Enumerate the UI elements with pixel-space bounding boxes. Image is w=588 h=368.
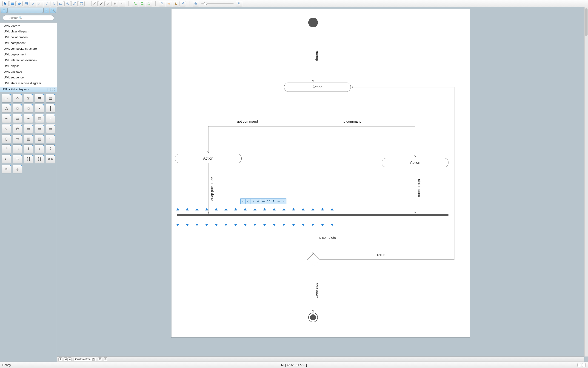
shape-palette-item[interactable]: ▭ [13, 134, 22, 143]
pager-next[interactable]: ▶ [68, 358, 72, 361]
edge-style-4[interactable] [112, 1, 118, 6]
sidebar-tab-list-icon[interactable]: ≣ [44, 8, 49, 13]
shape-palette-item[interactable]: ⤵ [46, 144, 55, 153]
tool-zoom-region[interactable] [159, 1, 165, 6]
layout-2[interactable] [139, 1, 145, 6]
tool-eyedropper[interactable] [179, 1, 186, 6]
library-item[interactable]: UML class diagram [0, 28, 57, 34]
shape-palette-item[interactable]: ▯ [2, 134, 11, 143]
library-item[interactable]: UML composite structure [0, 46, 57, 52]
tool-pointer[interactable] [2, 1, 9, 6]
shape-palette-item[interactable]: ┄ [2, 114, 11, 123]
zoom-slider[interactable] [201, 3, 233, 4]
tool-connector-3[interactable] [57, 1, 64, 6]
layout-3[interactable] [146, 1, 152, 6]
node-action-left[interactable]: Action [175, 154, 241, 163]
bar-handles-top[interactable] [176, 208, 334, 211]
library-item[interactable]: UML collaboration [0, 34, 57, 40]
canvas-scroll[interactable]: Action Action Action startup got command… [57, 7, 584, 357]
shape-palette-item[interactable]: ⊘ [13, 124, 22, 133]
shape-palette-item[interactable]: ┃ [46, 104, 55, 113]
sidebar-tab-tree-icon[interactable]: ☰ [1, 8, 7, 13]
panel-close-icon[interactable] [52, 88, 55, 91]
tool-pan[interactable] [166, 1, 172, 6]
shape-palette-item[interactable]: ⌑ [2, 165, 11, 174]
pager-pause-icon[interactable]: ⏸ [58, 358, 62, 361]
shape-palette-item[interactable]: { } [35, 155, 44, 163]
shape-palette-item[interactable]: ↕ [35, 144, 44, 153]
mini-palette-item[interactable]: ▬ [261, 199, 266, 204]
edge-style-3[interactable] [105, 1, 111, 6]
mini-palette-item[interactable]: ▭ [241, 199, 246, 204]
shape-palette-item[interactable]: ┄ [24, 114, 33, 123]
zoom-out-button[interactable] [193, 1, 199, 6]
shape-palette-item[interactable]: « » [46, 155, 55, 163]
shape-palette-item[interactable]: └ [2, 144, 11, 153]
library-item[interactable]: UML activity [0, 23, 57, 28]
library-item[interactable]: UML object [0, 63, 57, 69]
node-action-top[interactable]: Action [284, 83, 351, 92]
edge-style-5[interactable] [119, 1, 125, 6]
tool-connector-5[interactable] [71, 1, 78, 6]
edge-style-2[interactable] [98, 1, 105, 6]
shape-palette-item[interactable]: ○ [2, 124, 11, 133]
shape-palette-item[interactable]: ⏚ [13, 165, 22, 174]
library-list[interactable]: UML activityUML class diagramUML collabo… [0, 23, 57, 87]
node-join-bar[interactable] [177, 214, 448, 216]
tool-polyline[interactable] [37, 1, 43, 6]
tool-connector-1[interactable] [44, 1, 50, 6]
diagram-page[interactable]: Action Action Action startup got command… [171, 9, 470, 338]
shape-palette-item[interactable]: ◎ [2, 104, 11, 113]
shape-palette-item[interactable]: ▥ [24, 134, 33, 143]
tool-ellipse[interactable] [16, 1, 23, 6]
tool-connector-2[interactable] [51, 1, 57, 6]
node-action-right[interactable]: Action [382, 158, 448, 167]
mini-palette-item[interactable]: ⛶ [266, 199, 271, 204]
shape-palette-item[interactable]: ⇢ [13, 144, 22, 153]
shape-palette-item[interactable]: ⬓ [46, 94, 55, 102]
mini-palette-item[interactable]: ⊚ [256, 199, 261, 204]
tool-connector-4[interactable] [64, 1, 71, 6]
view-mode-2[interactable]: ▤ [104, 358, 107, 361]
mini-palette-item[interactable]: ◇ [246, 199, 251, 204]
shape-palette-item[interactable]: ▭ [13, 155, 22, 163]
tool-image[interactable] [78, 1, 85, 6]
shape-palette-item[interactable]: ⇠ [2, 155, 11, 163]
shape-palette-item[interactable]: ▭ [24, 124, 33, 133]
library-item[interactable]: UML sequence [0, 74, 57, 80]
zoom-in-button[interactable] [236, 1, 242, 6]
tool-line[interactable] [30, 1, 36, 6]
shape-palette-item[interactable]: ▭ [2, 94, 11, 102]
vertical-scrollbar[interactable] [584, 7, 588, 357]
layout-1[interactable] [132, 1, 138, 6]
view-mode-1[interactable]: ▥ [98, 358, 102, 361]
library-item[interactable]: UML state machine diagram [0, 80, 57, 86]
mini-palette-item[interactable]: ⇥ [276, 199, 281, 204]
mini-palette-item[interactable]: ↧ [271, 199, 276, 204]
pager-prev[interactable]: ◀ [64, 358, 68, 361]
sidebar-tab-search-icon[interactable]: 🔍 [50, 8, 56, 13]
shape-palette-item[interactable]: ▥ [35, 114, 44, 123]
search-input[interactable] [3, 15, 54, 21]
mini-palette-item[interactable]: → [281, 199, 286, 204]
shape-palette-item[interactable]: ▫ [46, 114, 55, 123]
panel-save-icon[interactable] [48, 88, 51, 91]
zoom-level-box[interactable]: Custom 83% ▴ ▾ [73, 357, 96, 361]
tool-stamp[interactable] [173, 1, 179, 6]
node-final[interactable] [308, 313, 318, 322]
selection-mini-palette[interactable]: ▭◇⧖⊚▬⛶↧⇥→ [241, 199, 286, 204]
tool-table[interactable] [23, 1, 29, 6]
shape-palette-item[interactable]: ⇣ [24, 144, 33, 153]
shape-palette-item[interactable]: ⧇ [24, 104, 33, 113]
status-icon-2[interactable] [582, 363, 586, 367]
zoom-step-down[interactable]: ▾ [92, 359, 95, 361]
shape-palette-item[interactable]: ⬒ [35, 94, 44, 102]
shape-palette-item[interactable]: ⧖ [24, 94, 33, 102]
status-icon-1[interactable] [578, 363, 581, 367]
shape-palette-item[interactable]: ▭ [46, 124, 55, 133]
shape-palette-item[interactable]: ↔ [46, 134, 55, 143]
shape-palette-item[interactable]: ● [35, 104, 44, 113]
shape-palette-item[interactable]: ⧇ [13, 104, 22, 113]
bar-handles-bottom[interactable] [176, 224, 334, 226]
mini-palette-item[interactable]: ⧖ [251, 199, 256, 204]
